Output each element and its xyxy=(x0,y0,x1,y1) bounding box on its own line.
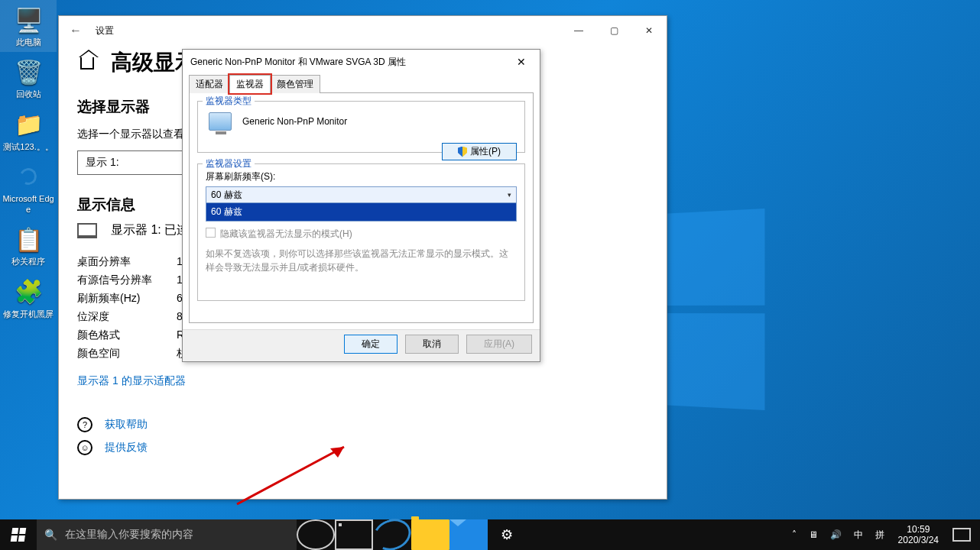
feedback-icon: ☺ xyxy=(77,440,92,455)
tray-network-icon[interactable]: 🖥 xyxy=(804,529,823,540)
refresh-rate-option[interactable]: 60 赫兹 xyxy=(206,203,517,222)
desktop-icons: 🖥️ 此电脑 🗑️ 回收站 📁 测试123.。。 Microsoft Edge … xyxy=(0,0,57,324)
info-label: 有源信号分辨率 xyxy=(77,273,177,287)
folder-icon xyxy=(411,519,449,550)
dialog-close-button[interactable]: ✕ xyxy=(511,56,532,68)
circle-icon xyxy=(297,519,335,550)
refresh-rate-dropdown[interactable]: 60 赫兹 ▾ xyxy=(206,186,517,203)
desktop-icon-label: 修复开机黑屏 xyxy=(3,309,54,319)
adapter-properties-link[interactable]: 显示器 1 的显示适配器 xyxy=(77,374,648,388)
tab-color-management[interactable]: 颜色管理 xyxy=(270,75,320,93)
display-dropdown-value: 显示 1: xyxy=(86,156,119,170)
taskbar-search[interactable]: 🔍 在这里输入你要搜索的内容 xyxy=(37,519,297,550)
info-label: 位深度 xyxy=(77,310,177,324)
get-help-link[interactable]: ?获取帮助 xyxy=(77,417,648,432)
taskbar: 🔍 在这里输入你要搜索的内容 ⚙ ˄ 🖥 🔊 中 拼 10:59 2020/3/… xyxy=(0,519,980,550)
hide-modes-label: 隐藏该监视器无法显示的模式(H) xyxy=(220,228,352,241)
info-label: 颜色格式 xyxy=(77,328,177,342)
desktop-icon-label: 此电脑 xyxy=(16,37,41,47)
properties-button-label: 属性(P) xyxy=(470,145,501,158)
monitor-properties-dialog: Generic Non-PnP Monitor 和 VMware SVGA 3D… xyxy=(182,49,540,362)
monitor-icon xyxy=(77,223,97,238)
desktop-icon-label: 回收站 xyxy=(16,89,41,99)
taskbar-clock[interactable]: 10:59 2020/3/24 xyxy=(892,524,945,546)
desktop-icon-label: 测试123.。。 xyxy=(3,141,53,152)
ime-mode[interactable]: 拼 xyxy=(871,529,889,542)
start-button[interactable] xyxy=(0,519,37,550)
back-button[interactable]: ← xyxy=(59,24,92,37)
group-title: 监视器类型 xyxy=(203,95,255,108)
help-text: 获取帮助 xyxy=(105,418,148,432)
settings-titlebar: ← 设置 — ▢ ✕ xyxy=(59,16,667,45)
clock-date: 2020/3/24 xyxy=(898,535,939,545)
tab-adapter[interactable]: 适配器 xyxy=(189,75,230,93)
desktop-icon-app1[interactable]: 📋 秒关程序 xyxy=(0,219,57,271)
desktop-icon-folder[interactable]: 📁 测试123.。。 xyxy=(0,105,57,157)
desktop-icon-edge[interactable]: Microsoft Edge xyxy=(0,157,57,220)
monitor-device-icon xyxy=(209,112,232,131)
uac-shield-icon xyxy=(458,147,467,157)
group-title: 监视器设置 xyxy=(203,157,255,170)
dialog-titlebar: Generic Non-PnP Monitor 和 VMware SVGA 3D… xyxy=(183,50,540,74)
tab-panel-monitor: 监视器类型 Generic Non-PnP Monitor 属性(P) 监视器设… xyxy=(189,92,534,323)
maximize-button[interactable]: ▢ xyxy=(596,19,631,42)
tray-volume-icon[interactable]: 🔊 xyxy=(826,529,846,540)
dialog-tabs: 适配器 监视器 颜色管理 xyxy=(183,74,540,92)
desktop-icon-app2[interactable]: 🧩 修复开机黑屏 xyxy=(0,272,57,324)
cancel-button[interactable]: 取消 xyxy=(405,335,459,354)
minimize-button[interactable]: — xyxy=(561,19,596,42)
folder-icon: 📁 xyxy=(13,109,44,140)
monitor-name: Generic Non-PnP Monitor xyxy=(242,116,347,127)
search-placeholder: 在这里输入你要搜索的内容 xyxy=(65,528,193,542)
mail-icon xyxy=(449,519,488,550)
home-icon[interactable] xyxy=(80,56,94,70)
tray-chevron[interactable]: ˄ xyxy=(787,529,801,540)
taskbar-app-explorer[interactable] xyxy=(411,519,449,550)
group-monitor-type: 监视器类型 Generic Non-PnP Monitor 属性(P) xyxy=(197,101,525,153)
edge-icon xyxy=(369,514,416,550)
hide-modes-hint: 如果不复选该项，则你可以选择那些该监视器无法正常显示的显示模式。这样会导致无法显… xyxy=(206,247,517,274)
action-center-button[interactable] xyxy=(952,528,971,542)
windows-logo-icon xyxy=(11,528,27,542)
ok-button[interactable]: 确定 xyxy=(344,335,398,354)
taskbar-app-settings[interactable]: ⚙ xyxy=(488,519,526,550)
dialog-button-row: 确定 取消 应用(A) xyxy=(183,329,540,361)
hide-modes-checkbox[interactable] xyxy=(206,228,216,238)
refresh-rate-label: 屏幕刷新频率(S): xyxy=(206,170,517,183)
app-icon: 📋 xyxy=(13,224,44,254)
info-label: 颜色空间 xyxy=(77,347,177,361)
task-view-button[interactable] xyxy=(335,519,373,550)
search-icon: 🔍 xyxy=(44,529,57,541)
info-label: 刷新频率(Hz) xyxy=(77,292,177,306)
feedback-text: 提供反馈 xyxy=(105,441,148,455)
task-view-icon xyxy=(335,519,373,550)
desktop-icon-label: 秒关程序 xyxy=(11,256,45,267)
tab-monitor[interactable]: 监视器 xyxy=(229,75,271,93)
dialog-title: Generic Non-PnP Monitor 和 VMware SVGA 3D… xyxy=(190,56,406,69)
settings-title: 设置 xyxy=(96,24,114,37)
taskbar-app-mail[interactable] xyxy=(449,519,488,550)
desktop-icon-label: Microsoft Edge xyxy=(2,193,55,215)
chevron-down-icon: ▾ xyxy=(508,191,511,199)
pc-icon: 🖥️ xyxy=(13,5,44,35)
apply-button[interactable]: 应用(A) xyxy=(466,335,532,354)
recycle-bin-icon: 🗑️ xyxy=(13,57,44,87)
help-icon: ? xyxy=(77,417,92,432)
taskbar-app-edge[interactable] xyxy=(373,519,411,550)
refresh-rate-value: 60 赫兹 xyxy=(211,189,242,202)
cortana-button[interactable] xyxy=(297,519,335,550)
ime-indicator[interactable]: 中 xyxy=(849,529,868,542)
close-button[interactable]: ✕ xyxy=(631,19,667,42)
app-icon: 🧩 xyxy=(13,277,44,307)
clock-time: 10:59 xyxy=(898,524,939,535)
desktop-icon-this-pc[interactable]: 🖥️ 此电脑 xyxy=(0,0,57,52)
edge-icon xyxy=(13,161,44,192)
feedback-link[interactable]: ☺提供反馈 xyxy=(77,440,648,455)
group-monitor-settings: 监视器设置 屏幕刷新频率(S): 60 赫兹 ▾ 60 赫兹 隐藏该监视器无法显… xyxy=(197,163,525,301)
info-label: 桌面分辨率 xyxy=(77,255,177,269)
properties-button[interactable]: 属性(P) xyxy=(442,143,517,160)
desktop-icon-recycle-bin[interactable]: 🗑️ 回收站 xyxy=(0,52,57,104)
